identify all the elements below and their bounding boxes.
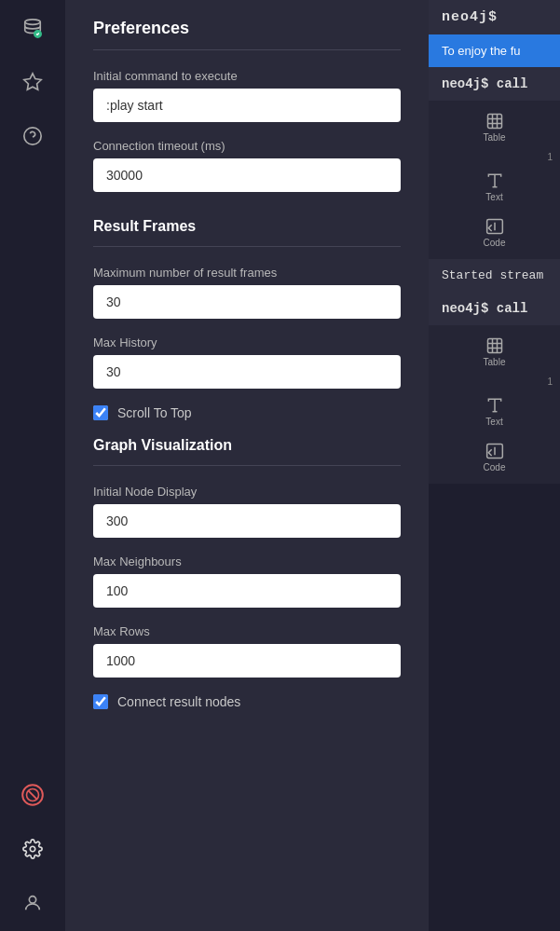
svg-rect-19	[487, 339, 501, 353]
code-tab-label-1: Code	[484, 238, 506, 248]
table-tab-2[interactable]: Table	[432, 331, 556, 373]
svg-marker-2	[24, 74, 41, 89]
svg-rect-10	[487, 115, 501, 129]
cmd-bar-2: neo4j$ call	[429, 67, 560, 101]
result-frames-title: Result Frames	[93, 218, 401, 235]
max-frames-label: Maximum number of result frames	[93, 266, 401, 280]
connection-timeout-input[interactable]	[93, 158, 401, 192]
connect-result-nodes-checkbox[interactable]	[93, 694, 108, 709]
status-text: Started stream	[442, 268, 543, 282]
initial-node-label: Initial Node Display	[93, 485, 401, 499]
text-tab-label-2: Text	[485, 417, 502, 427]
info-bar: To enjoy the fu	[429, 34, 560, 67]
table-tab-label-1: Table	[484, 132, 506, 143]
connect-result-nodes-label: Connect result nodes	[117, 694, 240, 709]
connection-timeout-label: Connection timeout (ms)	[93, 139, 401, 153]
status-bar: Started stream	[429, 259, 560, 292]
badge-1: 1	[432, 152, 556, 162]
help-icon[interactable]	[14, 117, 51, 155]
svg-point-3	[24, 128, 41, 144]
cmd-bar-3: neo4j$ call	[429, 292, 560, 325]
icon-tabs-1: Table 1 Text Code	[429, 101, 560, 259]
svg-point-9	[29, 897, 35, 903]
max-history-label: Max History	[93, 335, 401, 349]
svg-line-7	[29, 791, 37, 800]
scroll-to-top-row: Scroll To Top	[93, 405, 401, 420]
preferences-title: Preferences	[93, 19, 401, 38]
max-neighbours-label: Max Neighbours	[93, 554, 401, 568]
info-text: To enjoy the fu	[442, 44, 521, 58]
code-tab-label-2: Code	[484, 462, 506, 472]
text-tab-1[interactable]: Text	[432, 166, 556, 208]
gear-icon[interactable]	[14, 830, 51, 868]
code-tab-1[interactable]: Code	[432, 212, 556, 253]
max-neighbours-input[interactable]	[93, 574, 401, 608]
svg-point-8	[30, 846, 35, 852]
code-tab-2[interactable]: Code	[432, 436, 556, 478]
max-rows-label: Max Rows	[93, 624, 401, 638]
text-tab-2[interactable]: Text	[432, 390, 556, 432]
right-panel: neo4j$ To enjoy the fu neo4j$ call Table…	[429, 0, 560, 931]
graph-viz-title: Graph Visualization	[93, 437, 401, 454]
initial-command-input[interactable]	[93, 89, 401, 122]
icon-tabs-2: Table 1 Text Code	[429, 325, 560, 484]
cmd-text-2: neo4j$ call	[442, 76, 527, 91]
svg-point-0	[25, 20, 41, 25]
cmd-bar-1: neo4j$	[429, 0, 560, 34]
sidebar	[0, 0, 65, 931]
initial-node-display-input[interactable]	[93, 504, 401, 538]
table-tab-label-2: Table	[484, 357, 506, 367]
cmd-text-1: neo4j$	[442, 9, 498, 25]
max-rows-input[interactable]	[93, 644, 401, 678]
user-icon[interactable]	[14, 884, 51, 922]
star-icon[interactable]	[14, 63, 51, 101]
scroll-to-top-label: Scroll To Top	[117, 405, 192, 420]
max-history-input[interactable]	[93, 355, 401, 389]
scroll-to-top-checkbox[interactable]	[93, 405, 108, 420]
preferences-panel: Preferences Initial command to execute C…	[65, 0, 429, 931]
database-icon[interactable]	[14, 9, 51, 47]
cmd-text-3: neo4j$ call	[442, 301, 527, 316]
badge-2: 1	[432, 377, 556, 387]
max-result-frames-input[interactable]	[93, 285, 401, 319]
table-tab-1[interactable]: Table	[432, 106, 556, 148]
initial-command-label: Initial command to execute	[93, 69, 401, 83]
error-icon[interactable]	[14, 776, 51, 814]
text-tab-label-1: Text	[485, 192, 502, 202]
connect-result-row: Connect result nodes	[93, 694, 401, 709]
